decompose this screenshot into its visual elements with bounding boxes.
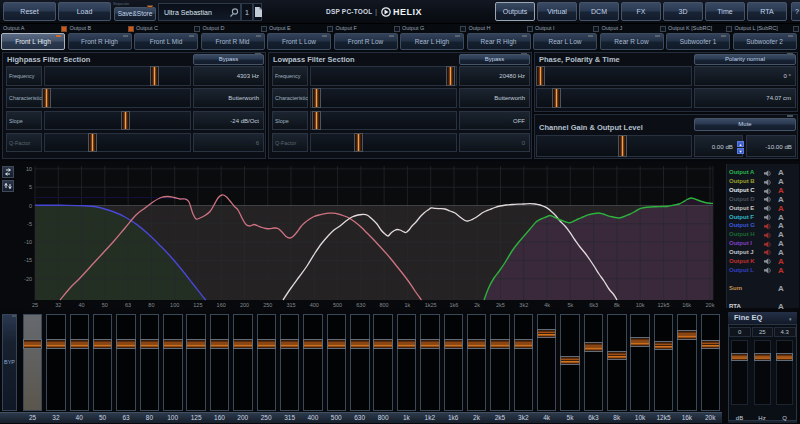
svg-text:0: 0 [29,203,32,209]
svg-text:16k: 16k [682,302,691,308]
svg-text:800: 800 [380,302,389,308]
svg-text:10k: 10k [636,302,645,308]
svg-text:125: 125 [193,302,202,308]
svg-text:3k2: 3k2 [519,302,528,308]
svg-text:1k: 1k [404,302,410,308]
svg-text:-15: -15 [24,257,32,263]
svg-text:1k6: 1k6 [450,302,459,308]
svg-text:2k5: 2k5 [496,302,505,308]
svg-text:315: 315 [286,302,295,308]
svg-text:8k: 8k [614,302,620,308]
svg-text:4k: 4k [544,302,550,308]
svg-text:80: 80 [148,302,154,308]
svg-text:6k3: 6k3 [589,302,598,308]
svg-text:-20: -20 [24,276,32,282]
svg-text:200: 200 [240,302,249,308]
svg-text:400: 400 [310,302,319,308]
svg-text:250: 250 [263,302,272,308]
svg-text:32: 32 [55,302,61,308]
svg-text:10: 10 [26,166,32,172]
svg-text:-5: -5 [27,221,32,227]
svg-text:40: 40 [79,302,85,308]
svg-text:1k25: 1k25 [425,302,437,308]
svg-text:63: 63 [125,302,131,308]
svg-text:50: 50 [102,302,108,308]
svg-text:12k5: 12k5 [658,302,670,308]
svg-text:100: 100 [170,302,179,308]
svg-text:-10: -10 [24,239,32,245]
svg-text:5k: 5k [567,302,573,308]
svg-text:5: 5 [29,184,32,190]
svg-text:500: 500 [333,302,342,308]
svg-text:630: 630 [356,302,365,308]
svg-text:160: 160 [217,302,226,308]
svg-text:25: 25 [32,302,38,308]
svg-text:20k: 20k [706,302,715,308]
svg-text:2k: 2k [474,302,480,308]
